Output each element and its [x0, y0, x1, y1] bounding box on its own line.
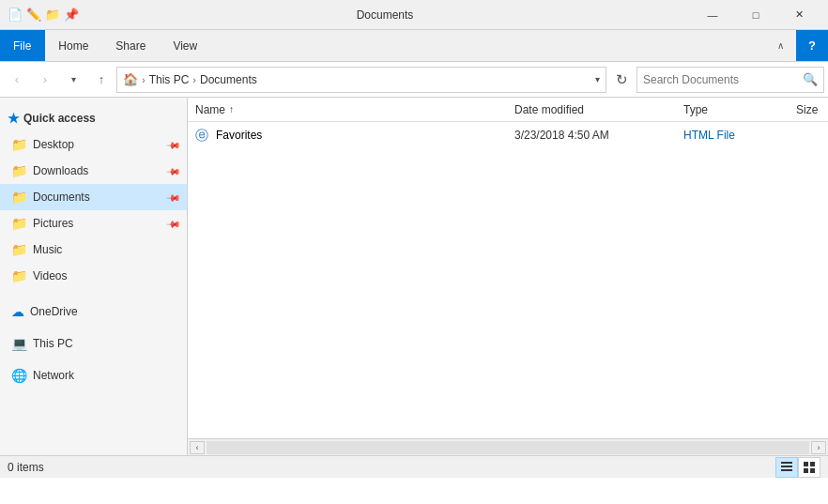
path-thispc: This PC [149, 73, 190, 86]
edit-icon: ✏️ [26, 8, 41, 23]
sidebar: ★ Quick access 📁 Desktop 📌 📁 Downloads 📌… [0, 98, 188, 455]
onedrive-label: OneDrive [30, 305, 78, 318]
address-bar: ‹ › ▾ ↑ 🏠 › This PC › Documents ▾ ↻ 🔍 [0, 62, 828, 98]
doc-icon: 📄 [8, 8, 23, 23]
view-buttons [775, 457, 820, 478]
folder-yellow-icon-pic: 📁 [11, 216, 27, 231]
col-size-label: Size [796, 103, 818, 116]
col-size-header[interactable]: Size [789, 98, 828, 121]
documents-label: Documents [33, 191, 90, 204]
pictures-label: Pictures [33, 217, 73, 230]
ribbon: File Home Share View ∧ ? [0, 30, 828, 62]
file-cell-type: HTML File [676, 129, 789, 142]
folder-yellow-icon: 📁 [11, 137, 27, 152]
col-date-label: Date modified [514, 103, 584, 116]
window-controls: — □ ✕ [691, 0, 820, 30]
maximize-button[interactable]: □ [734, 0, 777, 30]
path-documents: Documents [200, 73, 257, 86]
back-button[interactable]: ‹ [4, 67, 30, 93]
sidebar-item-music[interactable]: 📁 Music [0, 237, 187, 263]
ie-file-icon: ⓔ [195, 128, 210, 143]
search-box: 🔍 [636, 67, 824, 93]
col-type-label: Type [683, 103, 708, 116]
file-cell-date: 3/23/2018 4:50 AM [507, 129, 676, 142]
column-headers: Name ↑ Date modified Type Size [188, 98, 828, 122]
folder-yellow-icon-music: 📁 [11, 242, 27, 257]
sidebar-item-thispc[interactable]: 💻 This PC [0, 330, 187, 357]
pin-icon-desktop: 📌 [166, 137, 181, 152]
sort-arrow: ↑ [229, 104, 234, 115]
file-name: Favorites [216, 129, 262, 142]
col-name-header[interactable]: Name ↑ [188, 98, 507, 121]
thispc-icon: 💻 [11, 336, 27, 351]
refresh-button[interactable]: ↻ [608, 67, 635, 93]
folder-yellow-icon-vid: 📁 [11, 268, 27, 283]
address-path[interactable]: 🏠 › This PC › Documents ▾ [116, 67, 606, 93]
sidebar-item-downloads[interactable]: 📁 Downloads 📌 [0, 158, 187, 184]
path-chevron-icon[interactable]: ▾ [595, 74, 600, 84]
pin-icon-pictures: 📌 [166, 216, 181, 231]
pin-icon-small: 📌 [64, 8, 79, 23]
search-icon[interactable]: 🔍 [803, 72, 818, 86]
pin-icon-downloads: 📌 [166, 163, 181, 178]
svg-rect-2 [781, 469, 792, 471]
ribbon-expand-button[interactable]: ∧ [764, 30, 796, 61]
sidebar-item-pictures[interactable]: 📁 Pictures 📌 [0, 210, 187, 237]
col-date-header[interactable]: Date modified [507, 98, 676, 121]
dropdown-button[interactable]: ▾ [60, 67, 86, 93]
tab-home[interactable]: Home [45, 30, 102, 61]
large-icon [803, 461, 816, 474]
item-count: 0 items [8, 461, 44, 474]
quick-access-header[interactable]: ★ Quick access [0, 105, 187, 131]
svg-rect-5 [804, 468, 808, 473]
close-button[interactable]: ✕ [777, 0, 820, 30]
tab-share[interactable]: Share [102, 30, 160, 61]
view-details-button[interactable] [775, 457, 798, 478]
network-label: Network [33, 369, 74, 382]
music-label: Music [33, 243, 62, 256]
scroll-right-button[interactable]: › [811, 441, 826, 454]
svg-rect-0 [781, 462, 792, 464]
quick-access-label: Quick access [23, 112, 96, 125]
sidebar-item-network[interactable]: 🌐 Network [0, 362, 187, 389]
forward-button[interactable]: › [32, 67, 58, 93]
folder-icon-small: 📁 [45, 8, 60, 23]
scroll-track[interactable] [207, 441, 809, 454]
tab-file[interactable]: File [0, 30, 45, 61]
sidebar-item-videos[interactable]: 📁 Videos [0, 263, 187, 289]
search-input[interactable] [643, 73, 799, 86]
downloads-label: Downloads [33, 164, 88, 177]
sidebar-item-desktop[interactable]: 📁 Desktop 📌 [0, 131, 187, 158]
svg-rect-3 [804, 462, 808, 466]
tab-view[interactable]: View [160, 30, 211, 61]
file-list: Name ↑ Date modified Type Size ⓔ Favorit… [188, 98, 828, 455]
network-icon: 🌐 [11, 368, 27, 383]
table-row[interactable]: ⓔ Favorites 3/23/2018 4:50 AM HTML File [188, 122, 828, 148]
sidebar-item-documents[interactable]: 📁 Documents 📌 [0, 184, 187, 210]
minimize-button[interactable]: — [691, 0, 734, 30]
folder-yellow-icon-dl: 📁 [11, 163, 27, 178]
star-icon: ★ [8, 111, 20, 126]
col-name-label: Name [195, 103, 225, 116]
svg-rect-4 [810, 462, 815, 466]
col-type-header[interactable]: Type [676, 98, 789, 121]
sidebar-item-onedrive[interactable]: ☁ OneDrive [0, 298, 187, 325]
quick-access-section: ★ Quick access 📁 Desktop 📌 📁 Downloads 📌… [0, 101, 187, 293]
window-title: Documents [84, 8, 685, 22]
scroll-area: ‹ › [188, 438, 828, 455]
videos-label: Videos [33, 269, 67, 283]
up-button[interactable]: ↑ [88, 67, 115, 93]
main-content: ★ Quick access 📁 Desktop 📌 📁 Downloads 📌… [0, 98, 828, 455]
title-bar-icons: 📄 ✏️ 📁 📌 [8, 8, 79, 23]
file-cell-name: ⓔ Favorites [188, 128, 507, 143]
svg-rect-6 [810, 468, 815, 473]
view-large-button[interactable] [798, 457, 820, 478]
details-icon [780, 461, 793, 474]
status-bar: 0 items [0, 455, 828, 478]
scroll-left-button[interactable]: ‹ [190, 441, 205, 454]
file-items: ⓔ Favorites 3/23/2018 4:50 AM HTML File [188, 122, 828, 438]
pin-icon-documents: 📌 [166, 190, 181, 205]
ribbon-help-button[interactable]: ? [796, 30, 828, 61]
title-bar: 📄 ✏️ 📁 📌 Documents — □ ✕ [0, 0, 828, 30]
folder-blue-icon: 📁 [11, 190, 27, 205]
